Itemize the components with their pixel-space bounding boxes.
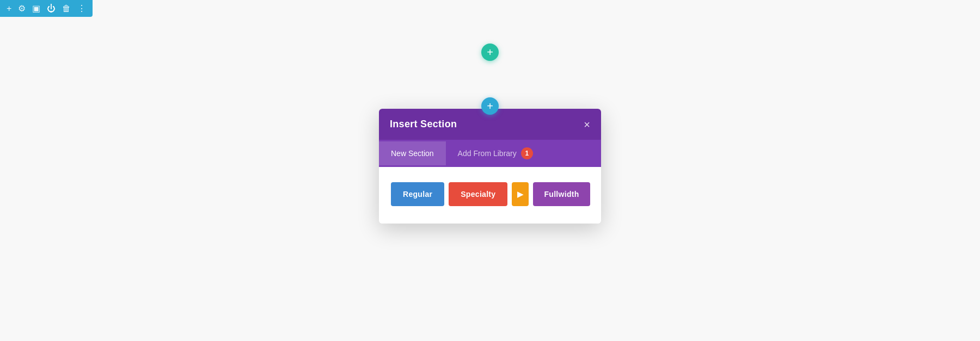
- modal-close-button[interactable]: ×: [584, 119, 590, 130]
- modal-tabs: New Section Add From Library 1: [379, 140, 601, 167]
- insert-section-modal: Insert Section × New Section Add From Li…: [379, 109, 601, 224]
- power-icon[interactable]: ⏻: [47, 4, 56, 14]
- add-icon[interactable]: +: [7, 4, 11, 14]
- trash-icon[interactable]: 🗑: [62, 4, 71, 14]
- modal-body: Regular Specialty ▶ Fullwidth: [379, 167, 601, 224]
- specialty-accent-button[interactable]: ▶: [512, 182, 529, 206]
- layout-icon[interactable]: ▣: [32, 3, 40, 14]
- tab-new-section[interactable]: New Section: [379, 141, 446, 165]
- main-content: + + Insert Section × New Section Add Fro…: [0, 0, 980, 341]
- toolbar: + ⚙ ▣ ⏻ 🗑 ⋮: [0, 0, 93, 17]
- regular-button[interactable]: Regular: [391, 182, 444, 206]
- add-section-middle-button[interactable]: +: [481, 97, 499, 115]
- settings-icon[interactable]: ⚙: [18, 3, 26, 14]
- library-badge: 1: [521, 147, 533, 159]
- specialty-button[interactable]: Specialty: [449, 182, 507, 206]
- fullwidth-button[interactable]: Fullwidth: [533, 182, 590, 206]
- modal-title: Insert Section: [390, 119, 457, 130]
- more-icon[interactable]: ⋮: [77, 3, 86, 14]
- tab-add-from-library[interactable]: Add From Library 1: [446, 140, 545, 167]
- section-options: Regular Specialty ▶ Fullwidth: [391, 182, 589, 206]
- add-section-top-button[interactable]: +: [481, 44, 499, 61]
